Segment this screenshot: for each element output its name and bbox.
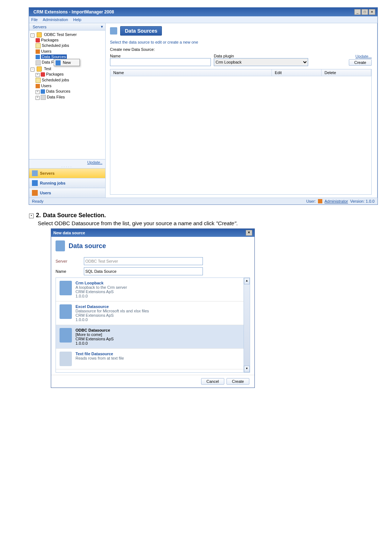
tree-users[interactable]: Users [41, 84, 52, 88]
sidebar: Servers ▾ - ODBC Test Server Packages Sc… [29, 23, 106, 198]
grid-col-edit[interactable]: Edit [272, 69, 322, 76]
context-menu-new-label: New [63, 60, 71, 65]
instruction-text-a: Select ODBC Datasource from the list, gi… [38, 220, 216, 226]
database-icon [56, 240, 65, 251]
list-item-name: Text file Datasource [75, 352, 240, 356]
list-item-vendor: CRM Extensions ApS [75, 313, 240, 317]
tree-toggle[interactable]: + [36, 73, 40, 77]
tree-data-sources[interactable]: Data Sources [41, 54, 67, 59]
data-source-name-input[interactable] [110, 58, 211, 66]
instruction-text: Select ODBC Datasource from the list, gi… [38, 220, 377, 226]
menu-administration[interactable]: Administration [43, 17, 68, 22]
section-title: Data Source Selection. [43, 212, 106, 219]
data-source-type-list: Crm Loopback A loopback to the Crm serve… [56, 278, 250, 373]
list-item-name: Excel Datasource [75, 304, 240, 309]
server-icon [37, 66, 42, 72]
scheduled-jobs-icon [36, 78, 41, 83]
list-item-desc: Reads rows from at text file [75, 356, 240, 360]
maximize-button[interactable]: □ [362, 9, 368, 15]
chevron-down-icon[interactable]: ▾ [101, 24, 103, 29]
menu-help[interactable]: Help [73, 17, 81, 22]
server-field [84, 257, 203, 265]
status-user-link[interactable]: Administrator [324, 199, 348, 203]
context-menu-new[interactable]: New [54, 59, 79, 66]
scroll-down-button[interactable]: ▼ [244, 366, 250, 372]
grid-col-delete[interactable]: Delete [322, 69, 371, 76]
list-item-name: Crm Loopback [75, 281, 240, 285]
list-scrollbar[interactable]: ▲ ▼ [244, 278, 250, 372]
nav-running-jobs[interactable]: Running jobs [29, 178, 105, 188]
tree-server-test[interactable]: Test [44, 66, 51, 71]
status-bar: Ready User: Administrator Version: 1.0.0 [29, 198, 377, 204]
status-version: Version: 1.0.0 [350, 199, 375, 203]
sidebar-update-link[interactable]: Update.. [29, 159, 105, 165]
main-panel: Data Sources Select the data source to e… [106, 23, 377, 198]
status-user-prefix: User: [306, 199, 316, 203]
tree-packages[interactable]: Packages [46, 72, 64, 76]
sidebar-header-servers[interactable]: Servers ▾ [29, 23, 105, 31]
create-button[interactable]: Create [226, 378, 249, 385]
tree-scheduled[interactable]: Scheduled jobs [42, 78, 69, 82]
list-item[interactable]: Text file Datasource Reads rows from at … [56, 349, 244, 369]
menu-file[interactable]: File [31, 17, 38, 22]
server-icon [37, 32, 42, 37]
list-item-version: 1.0.0.0 [75, 294, 240, 298]
nav-servers[interactable]: Servers [29, 168, 105, 178]
users-icon [36, 84, 40, 88]
instruction-text-c: . [236, 220, 238, 226]
app-window: CRM Extensions - ImportManager 2008 _ □ … [29, 7, 378, 205]
list-item[interactable]: Crm Loopback A loopback to the Crm serve… [56, 278, 244, 301]
list-item-desc: A loopback to the Crm server [75, 285, 240, 289]
database-icon [60, 281, 72, 295]
plugin-label: Data plugin [214, 54, 308, 58]
dialog-close-button[interactable]: ✕ [246, 230, 252, 236]
create-button[interactable]: Create [349, 59, 372, 66]
grid-header: Name Edit Delete [110, 69, 371, 76]
name-label: Name [110, 54, 212, 58]
tree-packages[interactable]: Packages [41, 38, 58, 42]
tree-server-odbc[interactable]: ODBC Test Server [44, 32, 77, 37]
data-files-icon [36, 60, 41, 65]
data-plugin-select[interactable]: Crm Loopback [214, 58, 308, 66]
nav-servers-label: Servers [40, 171, 54, 175]
database-icon [60, 352, 72, 366]
dialog-titlebar: New data source ✕ [51, 229, 254, 237]
data-sources-grid: Name Edit Delete [110, 69, 372, 195]
nav-users-label: Users [40, 191, 51, 195]
instruction-section-2: - 2. Data Source Selection. Select ODBC … [29, 212, 377, 388]
list-item[interactable]: Excel Datasource Datasource for Microsof… [56, 301, 244, 325]
nav-users[interactable]: Users [29, 188, 105, 198]
splitter-handle[interactable]: ····· [29, 165, 105, 168]
nav-running-label: Running jobs [40, 181, 65, 185]
tree-scheduled[interactable]: Scheduled jobs [42, 43, 69, 48]
grid-col-name[interactable]: Name [110, 69, 272, 76]
list-item-desc: Datasource for Microsoft xls and xlsx fi… [75, 309, 240, 313]
server-tree: - ODBC Test Server Packages Scheduled jo… [29, 31, 105, 159]
minimize-button[interactable]: _ [354, 9, 361, 15]
tree-toggle[interactable]: + [36, 96, 40, 100]
data-sources-icon [110, 27, 117, 35]
grid-body [110, 76, 371, 194]
user-icon [318, 199, 322, 203]
cancel-button[interactable]: Cancel [201, 378, 224, 385]
collapse-section-icon[interactable]: - [29, 214, 34, 218]
tree-data-files[interactable]: Data Files [47, 95, 65, 99]
tree-toggle[interactable]: - [30, 33, 34, 37]
tree-toggle[interactable]: - [30, 68, 34, 72]
tree-toggle[interactable]: + [36, 90, 40, 94]
tree-data-sources[interactable]: Data Sources [46, 89, 70, 93]
close-button[interactable]: ✕ [369, 9, 375, 15]
update-link[interactable]: Update... [355, 54, 372, 58]
list-item[interactable]: ODBC Datasource [More to come] CRM Exten… [56, 325, 244, 349]
dialog-title: New data source [53, 231, 85, 235]
name-field[interactable] [84, 267, 203, 275]
scroll-track[interactable] [244, 284, 250, 366]
list-item-vendor: CRM Extensions ApS [75, 289, 240, 294]
scheduled-jobs-icon [36, 43, 41, 48]
tree-users[interactable]: Users [41, 49, 52, 53]
new-icon [56, 60, 61, 65]
list-item-vendor: CRM Extensions ApS [75, 337, 240, 341]
scroll-up-button[interactable]: ▲ [244, 278, 250, 284]
list-item-version: 1.0.0.0 [75, 341, 240, 345]
packages-icon [36, 38, 40, 42]
